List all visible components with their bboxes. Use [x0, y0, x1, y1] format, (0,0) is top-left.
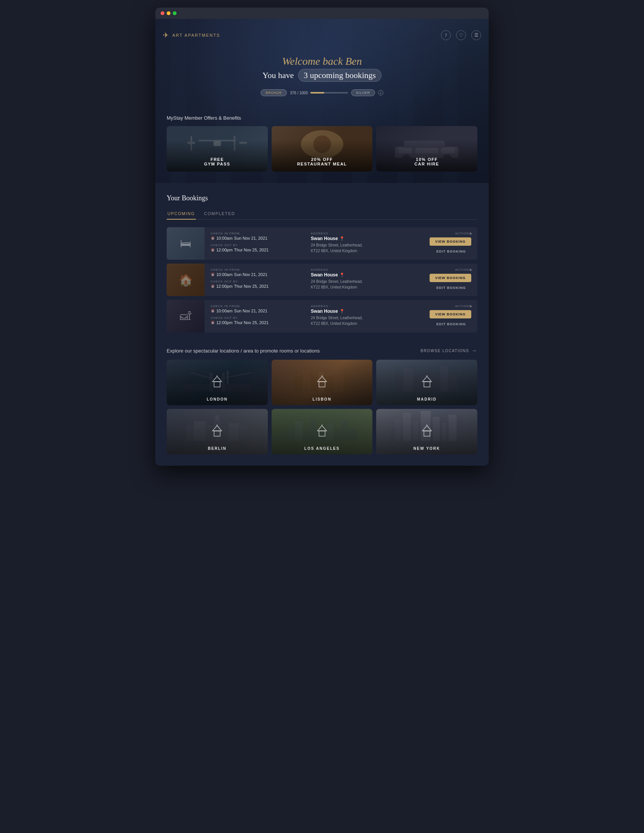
checkin-date-1: ⏰ 10:00am Sun Nov 21, 2021	[211, 236, 303, 240]
checkout-day-2: Thur Nov 25, 2021	[234, 284, 269, 288]
checkout-date-2: ⏰ 12:00pm Thur Nov 25, 2021	[211, 284, 303, 288]
booking-address-3: ADDRESS Swan House 📍 24 Bridge Street, L…	[311, 304, 422, 326]
booking-img-inner-3: 🛋	[167, 300, 204, 333]
badge-silver: SILVER	[351, 89, 375, 96]
location-card-london[interactable]: LONDON	[167, 360, 268, 405]
browser-dot-green[interactable]	[173, 11, 177, 15]
address-label-3: ADDRESS	[311, 304, 422, 308]
view-booking-btn-1[interactable]: VIEW BOOKING	[430, 237, 471, 246]
address-line2-1: KT22 8BX, United Kingdom	[311, 248, 422, 254]
location-card-la[interactable]: LOS ANGELES	[272, 409, 373, 454]
checkout-day-3: Thur Nov 25, 2021	[234, 320, 269, 325]
benefits-grid: FREE GYM PASS 20% OFF REST	[167, 126, 477, 172]
browse-locations-link[interactable]: BROWSE LOCATIONS →	[420, 347, 477, 354]
heart-icon[interactable]: ♡	[456, 30, 466, 40]
expand-icon-2[interactable]: ▲	[469, 267, 473, 272]
booking-actions-1: ACTIONS VIEW BOOKING EDIT BOOKING	[430, 232, 471, 255]
svg-marker-45	[213, 426, 222, 431]
checkin-day-3: Sun Nov 21, 2021	[234, 309, 267, 313]
benefit-card-gym[interactable]: FREE GYM PASS	[167, 126, 268, 172]
logo-text: ART APARTMENTS	[172, 33, 220, 37]
expand-icon-1[interactable]: ▲	[469, 231, 473, 235]
checkout-day-1: Thur Nov 25, 2021	[234, 248, 269, 252]
checkin-time-3: 10:00am	[216, 309, 233, 313]
checkin-time-1: 10:00am	[216, 236, 233, 240]
location-name-madrid: MADRID	[376, 397, 477, 401]
svg-marker-64	[422, 426, 431, 431]
checkout-label-2: CHECK OUT BY	[211, 280, 303, 283]
edit-booking-btn-3[interactable]: EDIT BOOKING	[431, 321, 471, 328]
address-label-2: ADDRESS	[311, 268, 422, 272]
checkin-date-3: ⏰ 10:00am Sun Nov 21, 2021	[211, 309, 303, 313]
benefit-card-car[interactable]: 10% OFF CAR HIRE	[376, 126, 477, 172]
browser-dot-yellow[interactable]	[167, 11, 171, 15]
view-booking-btn-2[interactable]: VIEW BOOKING	[430, 274, 471, 282]
location-name-berlin: BERLIN	[167, 446, 268, 450]
help-icon[interactable]: ?	[441, 30, 451, 40]
madrid-icon	[419, 373, 435, 389]
expand-icon-3[interactable]: ▲	[469, 304, 473, 308]
booking-details-3: CHECK IN FROM ⏰ 10:00am Sun Nov 21, 2021…	[204, 300, 477, 333]
benefit-label-top-car: 10% OFF	[376, 157, 477, 162]
booking-image-2: 🏠	[167, 264, 204, 296]
svg-marker-37	[422, 376, 431, 382]
navbar: ✈ ART APARTMENTS ? ♡ ☰	[163, 30, 481, 40]
clock-icon-3: ⏰	[211, 273, 215, 277]
bookings-tabs: UPCOMING COMPLETED	[167, 208, 477, 220]
checkin-day-1: Sun Nov 21, 2021	[234, 236, 267, 240]
bookings-badge: 3 upcoming bookings	[298, 69, 382, 82]
clock-icon-5: ⏰	[211, 309, 215, 313]
address-line2-2: KT22 8BX, United Kingdom	[311, 285, 422, 290]
edit-booking-btn-2[interactable]: EDIT BOOKING	[431, 285, 471, 291]
menu-icon[interactable]: ☰	[471, 30, 481, 40]
locations-header: Explore our spectacular locations / area…	[167, 347, 477, 354]
address-name-2: Swan House 📍	[311, 272, 422, 278]
logo[interactable]: ✈ ART APARTMENTS	[163, 31, 220, 39]
booking-image-1: 🛏	[167, 227, 204, 260]
progress-info-icon[interactable]: i	[378, 90, 383, 95]
ny-icon	[419, 423, 435, 438]
subtitle-before: You have	[262, 71, 294, 80]
locations-title: Explore our spectacular locations / area…	[167, 348, 320, 354]
berlin-icon	[209, 423, 225, 438]
location-name-lisbon: LISBON	[272, 397, 373, 401]
badge-bronze: BRONZE	[261, 89, 287, 96]
edit-booking-btn-1[interactable]: EDIT BOOKING	[431, 248, 471, 255]
location-card-lisbon[interactable]: LISBON	[272, 360, 373, 405]
checkin-time-2: 10:00am	[216, 272, 233, 277]
location-card-berlin[interactable]: BERLIN	[167, 409, 268, 454]
checkout-time-2: 12:00pm	[216, 284, 233, 288]
checkout-label-3: CHECK OUT BY	[211, 316, 303, 320]
clock-icon-1: ⏰	[211, 236, 215, 240]
view-booking-btn-3[interactable]: VIEW BOOKING	[430, 310, 471, 318]
tab-upcoming[interactable]: UPCOMING	[167, 208, 196, 220]
clock-icon-2: ⏰	[211, 248, 215, 252]
lisbon-icon	[314, 373, 330, 389]
points-value: 376 / 1000	[290, 91, 308, 95]
benefit-label-top-restaurant: 20% OFF	[272, 157, 373, 162]
benefits-section: MyStay Member Offers & Benefits	[155, 115, 489, 183]
hero-content: ✈ ART APARTMENTS ? ♡ ☰ Welcome back Ben …	[155, 19, 489, 115]
browser-dot-red[interactable]	[161, 11, 164, 15]
clock-icon-6: ⏰	[211, 321, 215, 325]
benefit-text-car: 10% OFF CAR HIRE	[376, 157, 477, 166]
benefit-text-gym: FREE GYM PASS	[167, 157, 268, 166]
nav-icons: ? ♡ ☰	[441, 30, 481, 40]
benefit-card-restaurant[interactable]: 20% OFF RESTAURANT MEAL	[272, 126, 373, 172]
location-card-ny[interactable]: NEW YORK	[376, 409, 477, 454]
booking-dates-2: CHECK IN FROM ⏰ 10:00am Sun Nov 21, 2021…	[211, 268, 303, 291]
address-name-1: Swan House 📍	[311, 236, 422, 241]
address-line2-3: KT22 8BX, United Kingdom	[311, 321, 422, 326]
booking-actions-2: ACTIONS VIEW BOOKING EDIT BOOKING	[430, 268, 471, 291]
svg-marker-30	[317, 376, 327, 382]
benefit-label-bottom-gym: GYM PASS	[167, 162, 268, 166]
booking-address-1: ADDRESS Swan House 📍 24 Bridge Street, L…	[311, 232, 422, 254]
checkin-label-3: CHECK IN FROM	[211, 304, 303, 308]
booking-card-1: 🛏 CHECK IN FROM ⏰ 10:00am Sun Nov 21, 20…	[167, 227, 477, 260]
booking-details-1: CHECK IN FROM ⏰ 10:00am Sun Nov 21, 2021…	[204, 227, 477, 260]
tab-completed[interactable]: COMPLETED	[203, 208, 236, 220]
pin-icon-1: 📍	[340, 236, 345, 241]
booking-dates-1: CHECK IN FROM ⏰ 10:00am Sun Nov 21, 2021…	[211, 232, 303, 255]
pin-icon-2: 📍	[340, 273, 345, 278]
location-card-madrid[interactable]: MADRID	[376, 360, 477, 405]
